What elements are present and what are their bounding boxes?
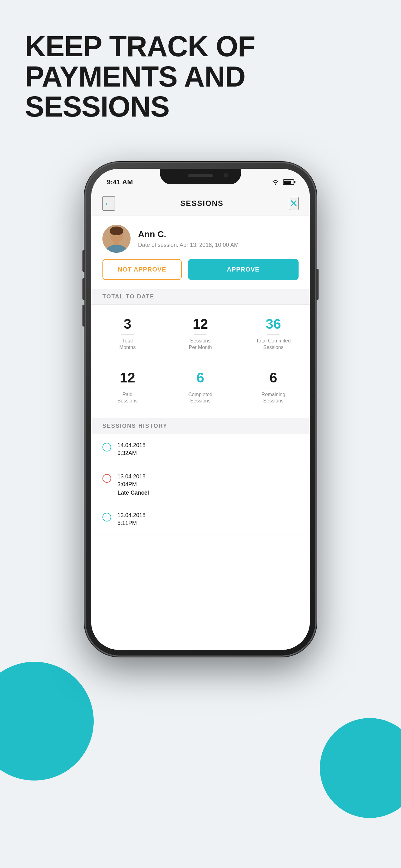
hero-section: KEEP TRACK OF PAYMENTS AND SESSIONS: [25, 31, 376, 122]
action-buttons: NOT APPROVE APPROVE: [91, 259, 310, 289]
svg-point-0: [275, 184, 276, 185]
history-dot-blue: [102, 513, 111, 522]
profile-session-date: Date of session: Apr 13, 2018, 10:00 AM: [138, 242, 299, 248]
stat-label-sessions-per-month: SessionsPer Month: [189, 338, 212, 351]
svg-point-3: [110, 226, 123, 235]
history-section: SESSIONS HISTORY 14.04.2018 9:32AM: [91, 418, 310, 535]
stat-divider: [267, 388, 279, 389]
stat-remaining-sessions: 6 RemainingSessions: [237, 365, 310, 412]
status-time: 9:41 AM: [107, 178, 133, 186]
close-button[interactable]: ✕: [289, 197, 299, 210]
profile-card: Ann C. Date of session: Apr 13, 2018, 10…: [91, 216, 310, 259]
front-camera: [224, 173, 228, 178]
stat-label-completed: CompletedSessions: [188, 392, 212, 405]
stats-row-2: 12 PaidSessions 6 CompletedSessions 6 Re…: [91, 365, 310, 418]
profile-name: Ann C.: [138, 229, 299, 239]
status-icons: [271, 179, 294, 185]
history-datetime: 13.04.2018 5:11PM: [118, 512, 299, 527]
stat-label-paid: PaidSessions: [118, 392, 138, 405]
history-content: 13.04.2018 5:11PM: [118, 512, 299, 527]
history-datetime: 13.04.2018 3:04PM: [118, 473, 299, 488]
total-section-title: TOTAL TO DATE: [102, 293, 154, 300]
stat-divider: [194, 334, 206, 335]
stat-divider: [121, 388, 134, 389]
svg-rect-5: [114, 241, 119, 245]
stat-number-sessions-per-month: 12: [193, 317, 208, 331]
history-item: 14.04.2018 9:32AM: [91, 434, 310, 465]
history-item: 13.04.2018 3:04PM Late Cancel: [91, 465, 310, 504]
stat-number-completed: 6: [196, 371, 204, 384]
stat-sessions-per-month: 12 SessionsPer Month: [164, 311, 237, 359]
screen-content: Ann C. Date of session: Apr 13, 2018, 10…: [91, 216, 310, 650]
history-dot-blue: [102, 443, 111, 452]
stat-number-total-committed: 36: [266, 317, 281, 331]
stat-divider: [267, 334, 279, 335]
navigation-bar: ← SESSIONS ✕: [91, 191, 310, 216]
stat-completed-sessions: 6 CompletedSessions: [164, 365, 237, 412]
avatar-image: [102, 225, 131, 253]
history-section-title: SESSIONS HISTORY: [102, 423, 167, 429]
stat-label-remaining: RemainingSessions: [261, 392, 285, 405]
hero-title: KEEP TRACK OF PAYMENTS AND SESSIONS: [25, 31, 376, 122]
stat-number-paid: 12: [120, 371, 135, 384]
history-item: 13.04.2018 5:11PM: [91, 504, 310, 535]
phone-device: 9:41 AM ← SES: [85, 162, 316, 656]
battery-fill: [284, 181, 291, 184]
phone-notch: [160, 169, 241, 184]
total-section-header: TOTAL TO DATE: [91, 289, 310, 305]
stat-total-months: 3 TotalMonths: [91, 311, 164, 359]
not-approve-button[interactable]: NOT APPROVE: [102, 259, 182, 280]
back-button[interactable]: ←: [102, 196, 115, 211]
nav-title: SESSIONS: [180, 199, 224, 208]
speaker: [188, 174, 213, 177]
profile-info: Ann C. Date of session: Apr 13, 2018, 10…: [138, 229, 299, 248]
stat-paid-sessions: 12 PaidSessions: [91, 365, 164, 412]
stat-total-committed: 36 Total CommitedSessions: [237, 311, 310, 359]
history-list: 14.04.2018 9:32AM 13.04.2018: [91, 434, 310, 535]
battery-icon: [283, 179, 294, 185]
history-content: 13.04.2018 3:04PM Late Cancel: [118, 473, 299, 496]
phone-shell: 9:41 AM ← SES: [85, 162, 316, 656]
wifi-icon: [271, 179, 280, 185]
stat-number-months: 3: [124, 317, 131, 331]
stats-row-1: 3 TotalMonths 12 SessionsPer Month 36 To…: [91, 305, 310, 365]
history-note: Late Cancel: [118, 490, 299, 496]
stat-label-total-committed: Total CommitedSessions: [256, 338, 291, 351]
background-blob-left: [0, 662, 94, 780]
avatar: [102, 225, 131, 253]
stat-divider: [194, 388, 206, 389]
stat-label-months: TotalMonths: [119, 338, 136, 351]
history-dot-red: [102, 474, 111, 483]
history-content: 14.04.2018 9:32AM: [118, 441, 299, 457]
history-datetime: 14.04.2018 9:32AM: [118, 441, 299, 457]
stat-number-remaining: 6: [269, 371, 277, 384]
stat-divider: [121, 334, 134, 335]
history-section-header: SESSIONS HISTORY: [91, 418, 310, 434]
approve-button[interactable]: APPROVE: [188, 259, 299, 280]
background-blob-right: [320, 718, 401, 818]
phone-screen: 9:41 AM ← SES: [91, 169, 310, 650]
